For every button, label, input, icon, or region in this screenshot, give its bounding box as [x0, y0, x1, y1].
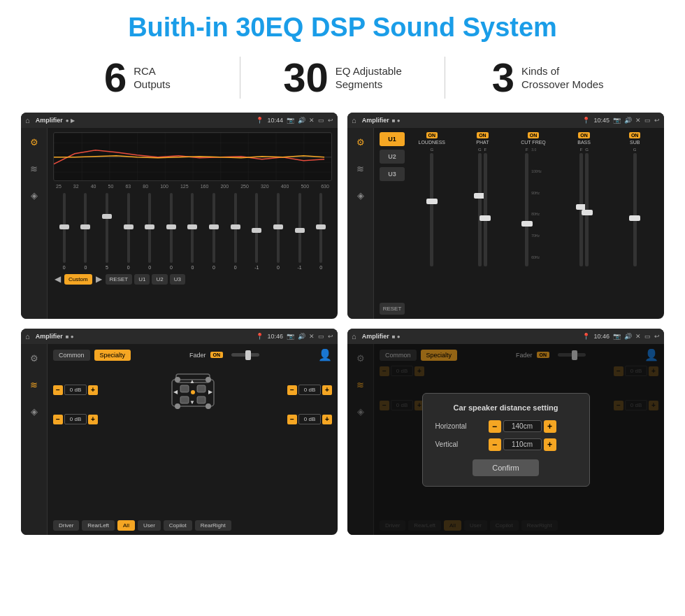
- all-btn[interactable]: All: [117, 520, 135, 531]
- vertical-value: 110cm: [503, 438, 542, 450]
- window-icon-4[interactable]: ▭: [644, 333, 651, 340]
- fader-main: Common Specialty Fader ON 👤 − 0 dB: [48, 344, 338, 535]
- vertical-minus[interactable]: −: [489, 438, 501, 451]
- topbar-eq: ⌂ Amplifier ● ▶ 📍 10:44 📷 🔊 ✕ ▭ ↩: [21, 113, 338, 128]
- close-icon-4[interactable]: ✕: [635, 333, 641, 340]
- window-icon-3[interactable]: ▭: [318, 333, 324, 340]
- speaker-icon-2[interactable]: ◈: [352, 187, 369, 203]
- stat-text-crossover: Kinds of Crossover Modes: [521, 64, 604, 92]
- custom-preset-btn[interactable]: Custom: [64, 274, 92, 285]
- location-icon-2: 📍: [582, 117, 590, 124]
- user-btn[interactable]: User: [138, 520, 161, 531]
- home-icon-2[interactable]: ⌂: [352, 116, 356, 124]
- svg-text:▶: ▶: [208, 389, 213, 395]
- speaker-icon-3[interactable]: ◈: [26, 403, 43, 420]
- svg-text:▼: ▼: [189, 399, 195, 406]
- on-badge-loudness: ON: [426, 132, 438, 138]
- channel-loudness: ON LOUDNESS G: [408, 132, 456, 315]
- waveform-icon-3[interactable]: ≋: [26, 376, 43, 393]
- back-icon[interactable]: ↩: [328, 117, 333, 124]
- close-icon[interactable]: ✕: [309, 117, 315, 124]
- fl-minus[interactable]: −: [53, 385, 63, 395]
- sub-sliders: G: [633, 148, 637, 266]
- svg-point-12: [191, 390, 195, 394]
- fr-minus[interactable]: −: [287, 385, 297, 395]
- copilot-btn[interactable]: Copilot: [164, 520, 192, 531]
- waveform-icon[interactable]: ≋: [26, 160, 43, 177]
- stat-number-crossover: 3: [492, 57, 514, 98]
- svg-text:▲: ▲: [189, 378, 195, 385]
- rr-plus[interactable]: +: [322, 415, 332, 424]
- eq-sliders: 0 0 5 0 0 0 0 0 0 -1 0 -1 0: [53, 193, 332, 270]
- driver-btn[interactable]: Driver: [53, 520, 79, 531]
- preset-col: U1 U2 U3 RESET: [380, 132, 405, 315]
- speaker-distance-dialog: Car speaker distance setting Horizontal …: [422, 393, 590, 487]
- camera-icon: 📷: [287, 117, 294, 124]
- u3-preset[interactable]: U3: [380, 167, 405, 181]
- camera-icon-2: 📷: [613, 117, 621, 124]
- reset-crossover-btn[interactable]: RESET: [380, 303, 405, 315]
- u1-btn[interactable]: U1: [134, 274, 150, 285]
- vertical-plus[interactable]: +: [544, 438, 556, 451]
- location-buttons: Driver RearLeft All User Copilot RearRig…: [53, 520, 332, 531]
- close-icon-2[interactable]: ✕: [635, 117, 641, 124]
- channel-bass: ON BASS F G: [561, 132, 608, 315]
- eq-icon-2[interactable]: ⚙: [352, 134, 369, 150]
- dialog-footer: Confirm: [435, 459, 577, 476]
- horizontal-plus[interactable]: +: [544, 420, 556, 433]
- waveform-icon-2[interactable]: ≋: [352, 160, 369, 177]
- close-icon-3[interactable]: ✕: [309, 333, 315, 340]
- phat-sliders: G F: [478, 148, 487, 266]
- channel-cutfreq: ON CUT FREQ F 3.0100Hz90Hz80Hz70Hz60Hz: [510, 132, 557, 315]
- window-icon-2[interactable]: ▭: [644, 117, 651, 124]
- volume-icon-4: 🔊: [624, 333, 632, 340]
- fr-volume: − 0 dB +: [287, 385, 332, 395]
- topbar-crossover: ⌂ Amplifier ■ ● 📍 10:45 📷 🔊 ✕ ▭ ↩: [347, 113, 664, 128]
- eq-bottom-bar: ◀ Custom ▶ RESET U1 U2 U3: [53, 273, 332, 285]
- on-badge-bass: ON: [578, 132, 590, 138]
- fader-horizontal-slider[interactable]: [231, 353, 259, 357]
- confirm-button[interactable]: Confirm: [473, 459, 539, 476]
- dialog-title: Car speaker distance setting: [435, 403, 577, 412]
- svg-rect-9: [197, 385, 206, 392]
- fader-label: Fader: [189, 352, 206, 359]
- eq-icon[interactable]: ⚙: [26, 134, 43, 150]
- window-icon[interactable]: ▭: [318, 117, 324, 124]
- eq-curve-svg: [54, 133, 331, 181]
- fr-plus[interactable]: +: [322, 385, 332, 395]
- prev-btn[interactable]: ◀: [53, 273, 62, 285]
- back-icon-2[interactable]: ↩: [654, 117, 660, 124]
- reset-btn[interactable]: RESET: [106, 274, 133, 285]
- fl-plus[interactable]: +: [88, 385, 98, 395]
- rr-minus[interactable]: −: [287, 415, 297, 424]
- home-icon-3[interactable]: ⌂: [25, 332, 30, 341]
- speaker-icon[interactable]: ◈: [26, 187, 43, 203]
- location-icon-3: 📍: [256, 333, 264, 340]
- volume-icon-2: 🔊: [624, 117, 632, 124]
- specialty-tab[interactable]: Specialty: [94, 350, 131, 361]
- rearleft-btn[interactable]: RearLeft: [82, 520, 115, 531]
- rearright-btn[interactable]: RearRight: [195, 520, 231, 531]
- back-icon-3[interactable]: ↩: [328, 333, 333, 340]
- fader-top-bar: Common Specialty Fader ON 👤: [53, 348, 332, 361]
- rl-plus[interactable]: +: [88, 415, 98, 424]
- volume-icon: 🔊: [298, 117, 305, 124]
- page-title: Buith-in 30EQ DSP Sound System: [0, 0, 685, 50]
- u1-preset[interactable]: U1: [380, 132, 405, 146]
- horizontal-minus[interactable]: −: [489, 420, 501, 433]
- rr-volume: − 0 dB +: [287, 414, 332, 424]
- eq-icon-3[interactable]: ⚙: [26, 350, 43, 366]
- back-icon-4[interactable]: ↩: [654, 333, 660, 340]
- home-icon[interactable]: ⌂: [25, 116, 30, 124]
- horizontal-value: 140cm: [503, 420, 542, 432]
- u2-preset[interactable]: U2: [380, 150, 405, 164]
- u2-btn[interactable]: U2: [152, 274, 167, 285]
- home-icon-4[interactable]: ⌂: [352, 332, 356, 341]
- common-tab[interactable]: Common: [53, 350, 90, 361]
- next-btn[interactable]: ▶: [94, 273, 103, 285]
- divider-2: [445, 57, 445, 99]
- svg-rect-8: [180, 385, 189, 392]
- rl-minus[interactable]: −: [53, 415, 63, 424]
- channel-sub: ON SUB G: [611, 132, 658, 315]
- u3-btn[interactable]: U3: [170, 274, 185, 285]
